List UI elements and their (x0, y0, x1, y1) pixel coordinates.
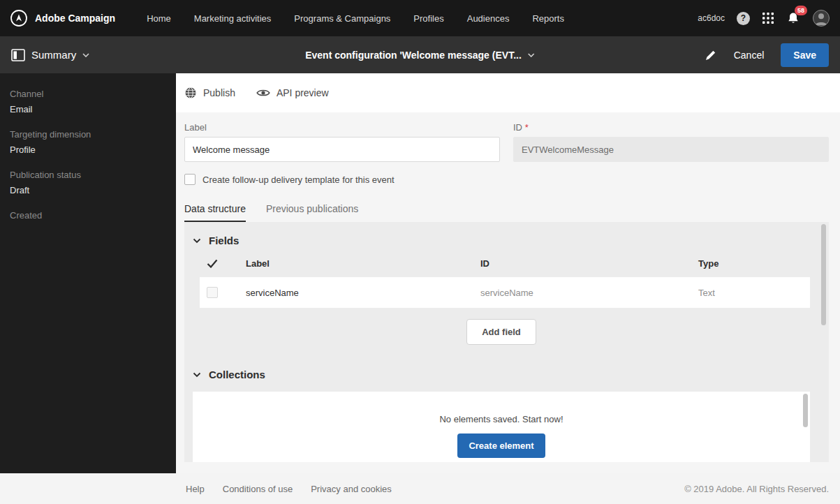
publish-toolbar: Publish API preview (176, 73, 840, 112)
row-checkbox-cell (200, 287, 246, 298)
sidebar-item-created: Created (10, 210, 166, 221)
fields-section-header[interactable]: Fields (193, 229, 810, 252)
adobe-campaign-app: Adobe Campaign Home Marketing activities… (0, 0, 840, 504)
select-all-check-icon[interactable] (200, 259, 246, 268)
followup-checkbox-label: Create follow-up delivery template for t… (202, 175, 395, 185)
nav-item-reports[interactable]: Reports (532, 13, 564, 24)
sidebar-label: Channel (10, 89, 166, 99)
sidebar-value: Profile (10, 144, 166, 155)
create-element-button[interactable]: Create element (457, 433, 545, 458)
chevron-down-icon (193, 372, 201, 378)
collections-empty-panel: No elements saved. Start now! Create ele… (193, 392, 810, 462)
event-config-form: Label ID * Create follow-up delivery tem… (176, 112, 840, 222)
followup-checkbox-row: Create follow-up delivery template for t… (184, 174, 829, 185)
sidebar-value: Email (10, 104, 166, 114)
row-label: serviceName (246, 288, 480, 298)
page-title: Event configuration 'Welcome message (EV… (305, 50, 522, 61)
body: Channel Email Targeting dimension Profil… (0, 73, 840, 473)
brand: Adobe Campaign (10, 9, 115, 27)
collections-scrollbar[interactable] (803, 394, 808, 427)
row-id: serviceName (480, 288, 698, 298)
summary-sidebar: Channel Email Targeting dimension Profil… (0, 73, 176, 473)
main-content: Publish API preview Label (176, 73, 840, 473)
top-nav-right: ac6doc ? 58 (698, 9, 830, 27)
nav-item-audiences[interactable]: Audiences (467, 13, 510, 24)
sidebar-item-targeting-dimension: Targeting dimension Profile (10, 129, 166, 155)
view-label: Summary (31, 49, 76, 61)
action-bar-right: Cancel Save (705, 43, 829, 67)
row-type: Text (698, 288, 810, 298)
column-header-id: ID (480, 258, 698, 269)
tab-bar: Data structure Previous publications (184, 203, 829, 222)
eye-icon (256, 88, 270, 98)
api-preview-label: API preview (277, 87, 329, 98)
help-icon[interactable]: ? (737, 12, 750, 25)
required-asterisk: * (525, 122, 529, 133)
sidebar-item-publication-status: Publication status Draft (10, 170, 166, 195)
save-button[interactable]: Save (781, 43, 829, 67)
nav-item-profiles[interactable]: Profiles (413, 13, 443, 24)
api-preview-button[interactable]: API preview (256, 87, 329, 98)
column-header-label: Label (246, 258, 480, 269)
followup-checkbox[interactable] (184, 174, 196, 185)
sidebar-label: Targeting dimension (10, 129, 166, 140)
collections-section-title: Collections (209, 369, 265, 380)
summary-view-icon (11, 49, 25, 61)
data-structure-panel: Fields Label ID Type (184, 222, 829, 462)
publish-button[interactable]: Publish (184, 87, 235, 99)
id-field-group: ID * (513, 112, 829, 162)
id-input (513, 137, 829, 162)
sidebar-value: Draft (10, 185, 166, 195)
brand-name: Adobe Campaign (35, 13, 115, 24)
user-avatar[interactable] (812, 9, 830, 27)
top-nav-bar: Adobe Campaign Home Marketing activities… (0, 0, 840, 36)
table-row[interactable]: serviceName serviceName Text (200, 277, 810, 308)
sidebar-label: Publication status (10, 170, 166, 180)
adobe-campaign-logo-icon (10, 9, 28, 27)
fields-table: Label ID Type serviceName serviceName Te… (200, 252, 810, 308)
chevron-down-icon (82, 53, 89, 57)
nav-item-marketing-activities[interactable]: Marketing activities (194, 13, 272, 24)
nav-item-programs-campaigns[interactable]: Programs & Campaigns (294, 13, 390, 24)
notification-badge: 58 (795, 6, 807, 15)
sidebar-label: Created (10, 210, 166, 221)
notifications-bell[interactable]: 58 (786, 11, 800, 25)
footer: Help Conditions of use Privacy and cooki… (0, 473, 840, 504)
nav-item-home[interactable]: Home (147, 13, 171, 24)
panel-scrollbar[interactable] (821, 224, 826, 325)
column-header-type: Type (698, 258, 810, 269)
label-field-label: Label (184, 122, 500, 133)
footer-link-privacy[interactable]: Privacy and cookies (311, 484, 392, 494)
row-checkbox[interactable] (207, 287, 218, 298)
publish-label: Publish (203, 87, 235, 98)
chevron-down-icon (193, 238, 201, 244)
id-field-label: ID * (513, 122, 829, 133)
footer-link-conditions[interactable]: Conditions of use (223, 484, 293, 494)
cancel-button[interactable]: Cancel (734, 50, 765, 61)
id-label-text: ID (513, 122, 522, 133)
label-field-group: Label (184, 112, 500, 162)
globe-icon (184, 87, 197, 99)
footer-link-help[interactable]: Help (186, 484, 205, 494)
collections-section-header[interactable]: Collections (193, 363, 810, 386)
add-field-button[interactable]: Add field (466, 319, 536, 345)
account-name[interactable]: ac6doc (698, 13, 725, 23)
tab-data-structure[interactable]: Data structure (184, 203, 246, 222)
app-grid-icon[interactable] (762, 12, 774, 24)
collections-section: Collections No elements saved. Start now… (193, 363, 810, 462)
field-row: Label ID * (184, 112, 829, 162)
view-switcher[interactable]: Summary (11, 49, 89, 61)
top-nav-menu: Home Marketing activities Programs & Cam… (147, 13, 564, 24)
sidebar-item-channel: Channel Email (10, 89, 166, 114)
fields-table-header: Label ID Type (200, 252, 810, 274)
label-input[interactable] (184, 137, 500, 162)
copyright-text: © 2019 Adobe. All Rights Reserved. (684, 484, 829, 494)
chevron-down-icon (528, 53, 535, 57)
fields-section-title: Fields (209, 235, 239, 246)
tab-previous-publications[interactable]: Previous publications (266, 203, 358, 222)
edit-pencil-icon[interactable] (705, 49, 717, 61)
page-title-selector[interactable]: Event configuration 'Welcome message (EV… (305, 50, 535, 61)
collections-empty-message: No elements saved. Start now! (193, 414, 810, 424)
action-bar: Summary Event configuration 'Welcome mes… (0, 36, 840, 73)
